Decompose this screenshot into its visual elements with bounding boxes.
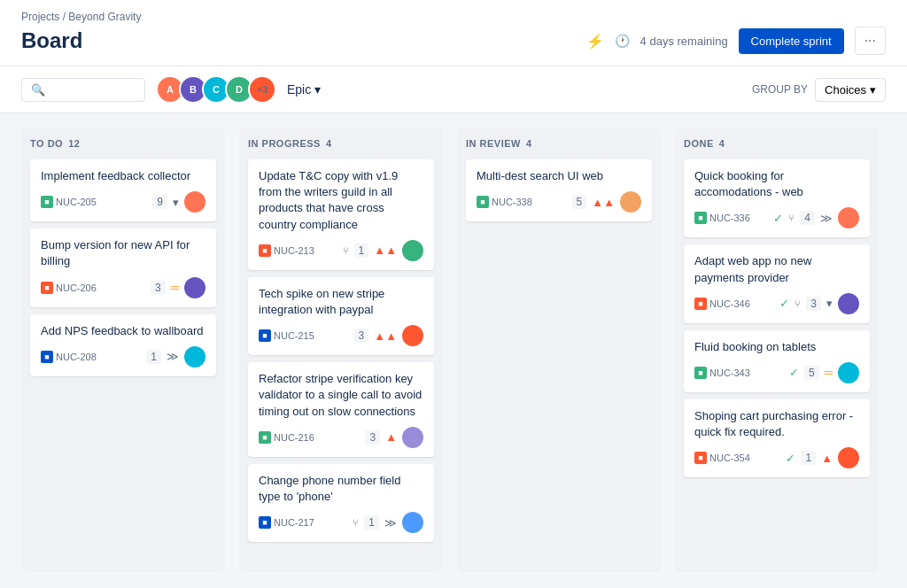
- card-id: ■ NUC-213: [259, 244, 314, 257]
- lightning-icon[interactable]: ⚡: [586, 33, 604, 50]
- card-title: Adapt web app no new payments provider: [694, 253, 859, 285]
- card[interactable]: Fluid booking on tablets ■ NUC-343 ✓ 5 ═: [684, 330, 870, 392]
- card[interactable]: Implement feedback collector ■ NUC-205 9…: [30, 159, 216, 221]
- avatar: [402, 325, 423, 346]
- ticket-id-label: NUC-213: [274, 245, 314, 256]
- card-meta: ■ NUC-205 9 ▾: [41, 191, 205, 213]
- column-count: 4: [326, 138, 332, 149]
- card-count: 1: [801, 451, 816, 465]
- card[interactable]: Add NPS feedback to wallboard ■ NUC-208 …: [30, 314, 216, 376]
- card-title: Add NPS feedback to wallboard: [41, 323, 205, 339]
- clock-icon: 🕐: [615, 34, 630, 48]
- card-id: ■ NUC-336: [694, 212, 750, 224]
- card-meta: ■ NUC-338 5 ▲▲: [477, 191, 641, 213]
- card-title: Change phone number field type to 'phone…: [259, 473, 423, 505]
- priority-medium-icon: ═: [825, 366, 833, 379]
- avatar: [184, 191, 205, 213]
- card-meta: ■ NUC-336 ✓ ⑂ 4 ≫: [694, 207, 859, 228]
- card-count: 3: [365, 430, 380, 445]
- card-count: 5: [804, 366, 819, 380]
- priority-highest-icon: ▲: [821, 452, 833, 465]
- complete-sprint-button[interactable]: Complete sprint: [739, 28, 844, 54]
- column-inprogress: IN PROGRESS 4 Update T&C copy with v1.9 …: [239, 128, 443, 572]
- avatar: [184, 346, 205, 368]
- card-id: ■ NUC-215: [259, 329, 314, 342]
- ticket-id-label: NUC-206: [56, 282, 97, 293]
- avatar: [838, 447, 859, 468]
- card-meta: ■ NUC-213 ⑂ 1 ▲▲: [259, 240, 423, 261]
- avatar-more[interactable]: +3: [248, 75, 276, 104]
- choices-button[interactable]: Choices ▾: [815, 78, 886, 102]
- ticket-type-icon: ■: [694, 367, 707, 379]
- card[interactable]: Shoping cart purchasing error - quick fi…: [684, 399, 870, 477]
- card-id: ■ NUC-346: [694, 298, 750, 310]
- avatar: [620, 191, 641, 213]
- column-title: TO DO: [30, 138, 63, 149]
- priority-high-icon: ▲▲: [592, 196, 615, 209]
- ticket-type-icon: ■: [259, 329, 271, 342]
- card-count: 1: [364, 515, 379, 530]
- card[interactable]: Multi-dest search UI web ■ NUC-338 5 ▲▲: [466, 159, 652, 221]
- card-count: 1: [146, 350, 161, 364]
- check-icon: ✓: [786, 452, 795, 465]
- card-count: 3: [354, 329, 369, 343]
- card-id: ■ NUC-208: [41, 351, 97, 363]
- column-count: 4: [719, 138, 725, 149]
- column-todo: TO DO 12 Implement feedback collector ■ …: [21, 128, 225, 572]
- card[interactable]: Quick booking for accomodations - web ■ …: [684, 159, 870, 237]
- card[interactable]: Update T&C copy with v1.9 from the write…: [248, 159, 434, 270]
- ticket-type-icon: ■: [259, 516, 271, 529]
- priority-down-icon: ▾: [173, 196, 179, 209]
- column-header-inprogress: IN PROGRESS 4: [248, 138, 434, 149]
- column-header-todo: TO DO 12: [30, 138, 216, 149]
- epic-button[interactable]: Epic ▾: [287, 82, 321, 97]
- header: Projects / Beyond Gravity Board ⚡ 🕐 4 da…: [0, 0, 907, 66]
- column-header-inreview: IN REVIEW 4: [466, 138, 652, 149]
- card-title: Shoping cart purchasing error - quick fi…: [694, 408, 859, 440]
- ticket-id-label: NUC-216: [274, 432, 314, 443]
- branch-icon: ⑂: [343, 245, 349, 256]
- ticket-id-label: NUC-205: [56, 197, 97, 207]
- ticket-id-label: NUC-346: [709, 298, 750, 309]
- search-icon: 🔍: [31, 83, 45, 97]
- avatar: [838, 207, 859, 228]
- avatar: [838, 293, 859, 314]
- card[interactable]: Adapt web app no new payments provider ■…: [684, 244, 870, 322]
- card-title: Multi-dest search UI web: [477, 168, 641, 184]
- ticket-type-icon: ■: [41, 196, 53, 208]
- card-meta: ■ NUC-343 ✓ 5 ═: [694, 362, 859, 383]
- ticket-id-label: NUC-354: [709, 453, 750, 463]
- card-title: Fluid booking on tablets: [694, 339, 859, 355]
- card[interactable]: Tech spike on new stripe integration wit…: [248, 277, 434, 355]
- search-box: 🔍: [21, 78, 145, 102]
- ticket-type-icon: ■: [477, 196, 489, 208]
- card-id: ■ NUC-343: [694, 367, 750, 379]
- card[interactable]: Change phone number field type to 'phone…: [248, 464, 434, 542]
- card-title: Bump version for new API for billing: [41, 237, 205, 269]
- column-inreview: IN REVIEW 4 Multi-dest search UI web ■ N…: [457, 128, 661, 572]
- card-count: 9: [152, 195, 167, 209]
- priority-lowest-icon: ≫: [167, 350, 179, 363]
- card-id: ■ NUC-206: [41, 282, 97, 294]
- priority-lowest-icon: ≫: [384, 516, 397, 530]
- card-id: ■ NUC-205: [41, 196, 97, 208]
- ticket-id-label: NUC-217: [274, 517, 314, 528]
- toolbar-right: GROUP BY Choices ▾: [752, 78, 886, 102]
- ticket-type-icon: ■: [41, 282, 53, 294]
- card-count: 3: [806, 297, 821, 311]
- card[interactable]: Refactor stripe verification key validat…: [248, 362, 434, 457]
- more-options-button[interactable]: ···: [855, 27, 886, 55]
- card-meta: ■ NUC-217 ⑂ 1 ≫: [259, 512, 423, 533]
- card-count: 3: [151, 281, 166, 295]
- card-meta: ■ NUC-208 1 ≫: [41, 346, 205, 368]
- ticket-type-icon: ■: [259, 244, 271, 257]
- ticket-id-label: NUC-343: [709, 368, 750, 378]
- toolbar: 🔍 A B C D +3 Epic ▾ GROUP BY Choices ▾: [0, 66, 907, 113]
- avatar: [402, 240, 423, 261]
- card-title: Implement feedback collector: [41, 168, 205, 184]
- card[interactable]: Bump version for new API for billing ■ N…: [30, 228, 216, 306]
- card-title: Tech spike on new stripe integration wit…: [259, 286, 423, 318]
- column-count: 12: [68, 138, 80, 149]
- search-input[interactable]: [50, 83, 139, 97]
- header-row: Board ⚡ 🕐 4 days remaining Complete spri…: [21, 27, 886, 66]
